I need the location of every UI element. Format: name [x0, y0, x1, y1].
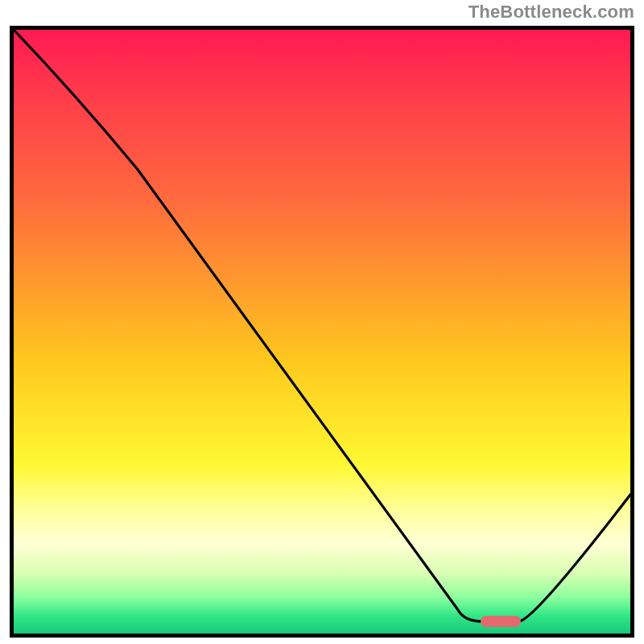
chart-plot-area [14, 30, 630, 634]
chart-frame [10, 26, 634, 638]
optimal-range-marker [481, 616, 521, 627]
chart-curve [14, 30, 630, 634]
attribution-text: TheBottleneck.com [469, 2, 634, 23]
